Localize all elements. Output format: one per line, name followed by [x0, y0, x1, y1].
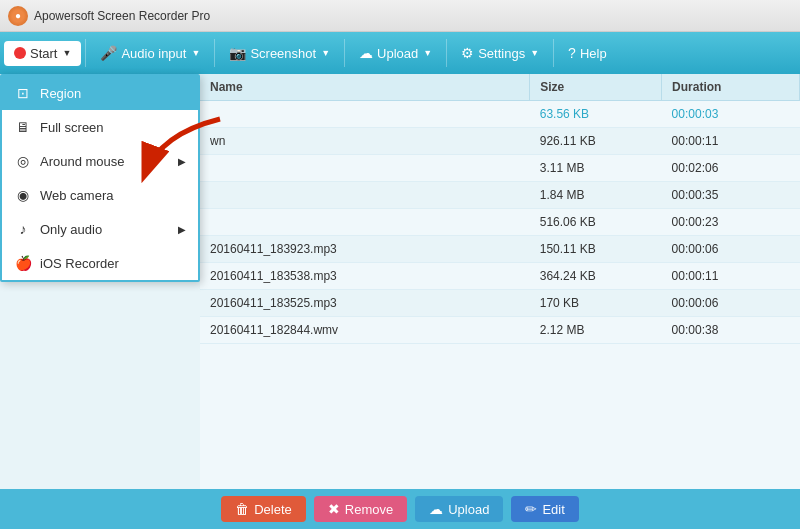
- menu-item-ios-recorder[interactable]: 🍎 iOS Recorder: [2, 246, 198, 280]
- toolbar-separator-5: [553, 39, 554, 67]
- start-button[interactable]: Start ▼: [4, 41, 81, 66]
- menu-item-fullscreen[interactable]: 🖥 Full screen: [2, 110, 198, 144]
- col-header-duration: Duration: [662, 74, 800, 101]
- file-size-cell: 170 KB: [530, 290, 662, 317]
- menu-only-audio-label: Only audio: [40, 222, 102, 237]
- table-row[interactable]: wn 926.11 KB 00:00:11: [200, 128, 800, 155]
- menu-item-web-camera[interactable]: ◉ Web camera: [2, 178, 198, 212]
- microphone-icon: 🎤: [100, 45, 117, 61]
- toolbar-separator-3: [344, 39, 345, 67]
- col-header-size: Size: [530, 74, 662, 101]
- start-dropdown-arrow-icon: ▼: [62, 48, 71, 58]
- app-title: Apowersoft Screen Recorder Pro: [34, 9, 210, 23]
- file-size-cell: 364.24 KB: [530, 263, 662, 290]
- col-header-name: Name: [200, 74, 530, 101]
- remove-button[interactable]: ✖ Remove: [314, 496, 407, 522]
- file-table: Name Size Duration 63.56 KB 00:00:03 wn …: [200, 74, 800, 344]
- audio-input-label: Audio input: [121, 46, 186, 61]
- table-row[interactable]: 63.56 KB 00:00:03: [200, 101, 800, 128]
- region-icon: ⊡: [14, 85, 32, 101]
- help-label: Help: [580, 46, 607, 61]
- file-size-cell: 150.11 KB: [530, 236, 662, 263]
- app-logo: ●: [8, 6, 28, 26]
- camera-icon: 📷: [229, 45, 246, 61]
- file-name-cell: 20160411_183538.mp3: [200, 263, 530, 290]
- upload-cloud-icon: ☁: [429, 501, 443, 517]
- file-size-cell: 63.56 KB: [530, 101, 662, 128]
- settings-label: Settings: [478, 46, 525, 61]
- file-name-cell: 20160411_183923.mp3: [200, 236, 530, 263]
- file-size-cell: 2.12 MB: [530, 317, 662, 344]
- delete-icon: 🗑: [235, 501, 249, 517]
- screenshot-button[interactable]: 📷 Screenshot ▼: [219, 41, 340, 65]
- fullscreen-icon: 🖥: [14, 119, 32, 135]
- file-size-cell: 1.84 MB: [530, 182, 662, 209]
- menu-item-region[interactable]: ⊡ Region: [2, 76, 198, 110]
- table-row[interactable]: 20160411_183525.mp3 170 KB 00:00:06: [200, 290, 800, 317]
- ios-icon: 🍎: [14, 255, 32, 271]
- table-row[interactable]: 20160411_183923.mp3 150.11 KB 00:00:06: [200, 236, 800, 263]
- menu-item-only-audio[interactable]: ♪ Only audio ▶: [2, 212, 198, 246]
- file-name-cell: [200, 101, 530, 128]
- start-label: Start: [30, 46, 57, 61]
- record-dot-icon: [14, 47, 26, 59]
- upload-dropdown-arrow-icon: ▼: [423, 48, 432, 58]
- menu-fullscreen-label: Full screen: [40, 120, 104, 135]
- table-row[interactable]: 516.06 KB 00:00:23: [200, 209, 800, 236]
- title-bar: ● Apowersoft Screen Recorder Pro: [0, 0, 800, 32]
- file-name-cell: [200, 209, 530, 236]
- table-row[interactable]: 20160411_182844.wmv 2.12 MB 00:00:38: [200, 317, 800, 344]
- around-mouse-arrow-icon: ▶: [178, 156, 186, 167]
- start-dropdown-menu: ⊡ Region 🖥 Full screen ◎ Around mouse ▶ …: [0, 74, 200, 282]
- cloud-upload-icon: ☁: [359, 45, 373, 61]
- table-row[interactable]: 20160411_183538.mp3 364.24 KB 00:00:11: [200, 263, 800, 290]
- file-size-cell: 516.06 KB: [530, 209, 662, 236]
- remove-label: Remove: [345, 502, 393, 517]
- edit-icon: ✏: [525, 501, 537, 517]
- screenshot-dropdown-arrow-icon: ▼: [321, 48, 330, 58]
- file-duration-cell: 00:00:11: [662, 263, 800, 290]
- edit-label: Edit: [542, 502, 564, 517]
- main-area: ⊡ Region 🖥 Full screen ◎ Around mouse ▶ …: [0, 74, 800, 489]
- menu-ios-recorder-label: iOS Recorder: [40, 256, 119, 271]
- gear-icon: ⚙: [461, 45, 474, 61]
- table-row[interactable]: 3.11 MB 00:02:06: [200, 155, 800, 182]
- help-icon: ?: [568, 45, 576, 61]
- upload-files-label: Upload: [448, 502, 489, 517]
- upload-label: Upload: [377, 46, 418, 61]
- table-row[interactable]: 1.84 MB 00:00:35: [200, 182, 800, 209]
- around-mouse-icon: ◎: [14, 153, 32, 169]
- toolbar-separator-4: [446, 39, 447, 67]
- file-list-area: Name Size Duration 63.56 KB 00:00:03 wn …: [200, 74, 800, 489]
- help-button[interactable]: ? Help: [558, 41, 617, 65]
- file-duration-cell: 00:00:23: [662, 209, 800, 236]
- delete-button[interactable]: 🗑 Delete: [221, 496, 306, 522]
- audio-input-button[interactable]: 🎤 Audio input ▼: [90, 41, 210, 65]
- file-size-cell: 926.11 KB: [530, 128, 662, 155]
- audio-icon: ♪: [14, 221, 32, 237]
- bottom-action-bar: 🗑 Delete ✖ Remove ☁ Upload ✏ Edit: [0, 489, 800, 529]
- only-audio-arrow-icon: ▶: [178, 224, 186, 235]
- file-name-cell: [200, 182, 530, 209]
- settings-button[interactable]: ⚙ Settings ▼: [451, 41, 549, 65]
- edit-button[interactable]: ✏ Edit: [511, 496, 578, 522]
- file-duration-cell: 00:00:03: [662, 101, 800, 128]
- remove-icon: ✖: [328, 501, 340, 517]
- audio-dropdown-arrow-icon: ▼: [191, 48, 200, 58]
- menu-around-mouse-label: Around mouse: [40, 154, 125, 169]
- webcam-icon: ◉: [14, 187, 32, 203]
- file-duration-cell: 00:00:06: [662, 290, 800, 317]
- file-duration-cell: 00:00:11: [662, 128, 800, 155]
- file-duration-cell: 00:02:06: [662, 155, 800, 182]
- upload-files-button[interactable]: ☁ Upload: [415, 496, 503, 522]
- upload-button[interactable]: ☁ Upload ▼: [349, 41, 442, 65]
- file-duration-cell: 00:00:35: [662, 182, 800, 209]
- menu-web-camera-label: Web camera: [40, 188, 113, 203]
- delete-label: Delete: [254, 502, 292, 517]
- file-name-cell: [200, 155, 530, 182]
- toolbar: Start ▼ 🎤 Audio input ▼ 📷 Screenshot ▼ ☁…: [0, 32, 800, 74]
- menu-region-label: Region: [40, 86, 81, 101]
- menu-item-around-mouse[interactable]: ◎ Around mouse ▶: [2, 144, 198, 178]
- settings-dropdown-arrow-icon: ▼: [530, 48, 539, 58]
- toolbar-separator-2: [214, 39, 215, 67]
